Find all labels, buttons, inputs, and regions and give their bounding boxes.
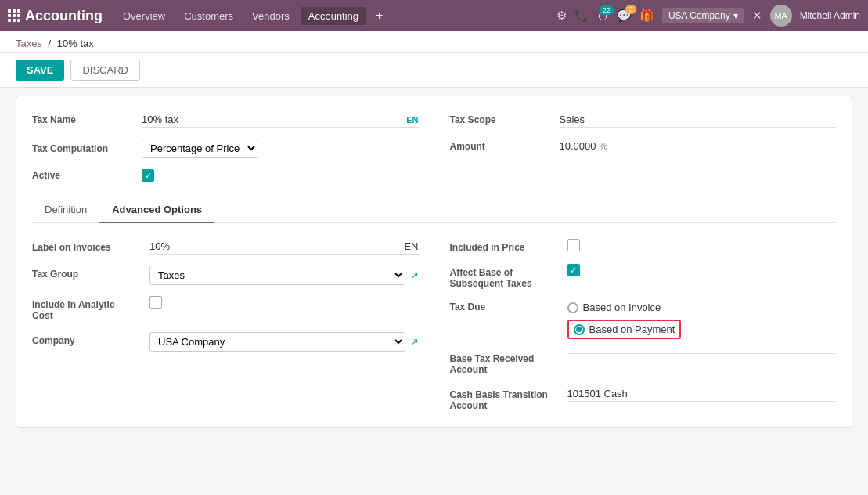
included-in-price-label: Included in Price	[450, 239, 560, 253]
timer-icon[interactable]: ⏱ 22	[597, 9, 609, 23]
phone-icon[interactable]: 📞	[574, 9, 589, 23]
tax-due-payment-row[interactable]: Based on Payment	[567, 320, 682, 339]
include-analytic-row: Include in Analytic Cost	[32, 296, 419, 321]
base-tax-received-row: Base Tax Received Account	[450, 350, 837, 375]
tax-group-ext-link-icon[interactable]: ↗	[410, 269, 419, 281]
tax-group-row: Tax Group Taxes ↗	[32, 266, 419, 285]
avatar-initials: MA	[774, 11, 787, 20]
tax-computation-row: Tax Computation Percentage of Price	[32, 139, 419, 158]
cash-basis-label: Cash Basis Transition Account	[450, 386, 560, 411]
amount-label: Amount	[450, 141, 552, 152]
grid-icon	[8, 9, 20, 22]
amount-row: Amount 10.0000 %	[450, 139, 837, 154]
advanced-options-content: Label on Invoices 10% EN Tax Group Taxes…	[32, 239, 836, 411]
activity-icon[interactable]: ⚙	[556, 9, 567, 23]
breadcrumb-current: 10% tax	[57, 38, 94, 49]
discard-button[interactable]: DISCARD	[70, 60, 140, 81]
tax-group-value-row: Taxes ↗	[149, 266, 419, 285]
chat-icon[interactable]: 💬 3	[617, 9, 632, 23]
company-select[interactable]: USA Company	[149, 332, 405, 352]
company-name: USA Company	[668, 10, 730, 21]
affect-base-checkbox[interactable]: ✓	[567, 264, 580, 276]
tax-group-label: Tax Group	[32, 266, 142, 280]
company-ext-link-icon[interactable]: ↗	[410, 336, 419, 348]
nav-overview[interactable]: Overview	[115, 7, 173, 25]
nav-customers[interactable]: Customers	[176, 7, 241, 25]
affect-base-row: Affect Base of Subsequent Taxes ✓	[450, 264, 837, 289]
tax-scope-label: Tax Scope	[450, 114, 552, 125]
tax-scope-row: Tax Scope Sales	[450, 112, 837, 128]
active-label: Active	[32, 170, 134, 181]
tax-due-invoice-radio[interactable]	[567, 302, 578, 313]
user-name: Mitchell Admin	[800, 10, 860, 21]
tax-due-row: Tax Due Based on Invoice Based on Paymen…	[450, 300, 837, 339]
tax-due-label: Tax Due	[450, 300, 560, 313]
included-in-price-checkbox[interactable]	[567, 239, 580, 251]
app-title: Accounting	[25, 8, 103, 24]
base-tax-received-label: Base Tax Received Account	[450, 350, 560, 375]
nav-accounting[interactable]: Accounting	[301, 7, 366, 25]
active-row: Active ✓	[32, 169, 419, 182]
cash-basis-row: Cash Basis Transition Account 101501 Cas…	[450, 386, 837, 411]
settings-icon[interactable]: ✕	[752, 9, 762, 23]
include-analytic-checkbox[interactable]	[149, 296, 162, 309]
tabs: Definition Advanced Options	[32, 197, 836, 223]
breadcrumb: Taxes / 10% tax	[0, 31, 868, 53]
label-en-badge[interactable]: EN	[404, 240, 418, 252]
action-bar: SAVE DISCARD	[0, 53, 868, 88]
chevron-down-icon: ▾	[733, 10, 738, 21]
tax-due-options: Based on Invoice Based on Payment	[567, 300, 682, 339]
affect-base-label: Affect Base of Subsequent Taxes	[450, 264, 560, 289]
amount-unit: %	[600, 141, 608, 152]
tax-scope-value: Sales	[560, 112, 837, 128]
tax-due-payment-radio[interactable]	[574, 324, 585, 335]
tax-due-payment-label: Based on Payment	[589, 323, 675, 335]
tax-due-invoice-label: Based on Invoice	[583, 302, 661, 313]
include-analytic-label: Include in Analytic Cost	[32, 296, 142, 321]
avatar[interactable]: MA	[770, 5, 792, 27]
company-value-row: USA Company ↗	[149, 332, 419, 352]
adv-right-col: Included in Price Affect Base of Subsequ…	[450, 239, 837, 411]
company-label: Company	[32, 332, 142, 346]
active-checkbox[interactable]: ✓	[142, 169, 154, 182]
main-content: Tax Name 10% tax EN Tax Computation Perc…	[16, 96, 852, 428]
tab-advanced-options[interactable]: Advanced Options	[99, 197, 214, 223]
company-row: Company USA Company ↗	[32, 332, 419, 352]
tax-name-label: Tax Name	[32, 114, 134, 125]
tax-name-en-badge[interactable]: EN	[406, 115, 418, 125]
breadcrumb-separator: /	[49, 38, 52, 49]
plus-button[interactable]: +	[369, 9, 389, 23]
label-on-invoices-label: Label on Invoices	[32, 239, 142, 253]
top-navigation: Accounting Overview Customers Vendors Ac…	[0, 0, 868, 31]
timer-badge: 22	[600, 5, 614, 15]
label-on-invoices-row: Label on Invoices 10% EN	[32, 239, 419, 255]
adv-left-col: Label on Invoices 10% EN Tax Group Taxes…	[32, 239, 419, 411]
breadcrumb-parent[interactable]: Taxes	[16, 38, 42, 49]
amount-value: 10.0000	[560, 140, 596, 152]
cash-basis-value[interactable]: 101501 Cash	[567, 386, 837, 402]
tax-name-value: 10% tax EN	[142, 112, 419, 128]
tax-due-invoice-row[interactable]: Based on Invoice	[567, 300, 682, 315]
label-on-invoices-value-row: 10% EN	[149, 239, 419, 255]
label-on-invoices-value: 10% EN	[149, 239, 419, 255]
tab-definition[interactable]: Definition	[32, 197, 99, 223]
nav-menu: Overview Customers Vendors Accounting +	[115, 7, 552, 25]
form-fields: Tax Name 10% tax EN Tax Computation Perc…	[32, 112, 836, 182]
company-selector[interactable]: USA Company ▾	[662, 8, 744, 23]
gift-icon[interactable]: 🎁	[639, 9, 654, 23]
tax-computation-label: Tax Computation	[32, 143, 134, 154]
nav-right: ⚙ 📞 ⏱ 22 💬 3 🎁 USA Company ▾ ✕ MA Mitche…	[556, 5, 860, 27]
base-tax-received-value[interactable]	[567, 350, 837, 354]
save-button[interactable]: SAVE	[16, 60, 64, 81]
included-in-price-row: Included in Price	[450, 239, 837, 253]
tax-computation-select[interactable]: Percentage of Price	[142, 139, 258, 158]
tax-group-select[interactable]: Taxes	[149, 266, 405, 285]
amount-value-row: 10.0000 %	[560, 139, 608, 154]
nav-vendors[interactable]: Vendors	[244, 7, 297, 25]
chat-badge: 3	[625, 5, 636, 14]
app-logo: Accounting	[8, 8, 103, 24]
tax-name-row: Tax Name 10% tax EN	[32, 112, 419, 128]
